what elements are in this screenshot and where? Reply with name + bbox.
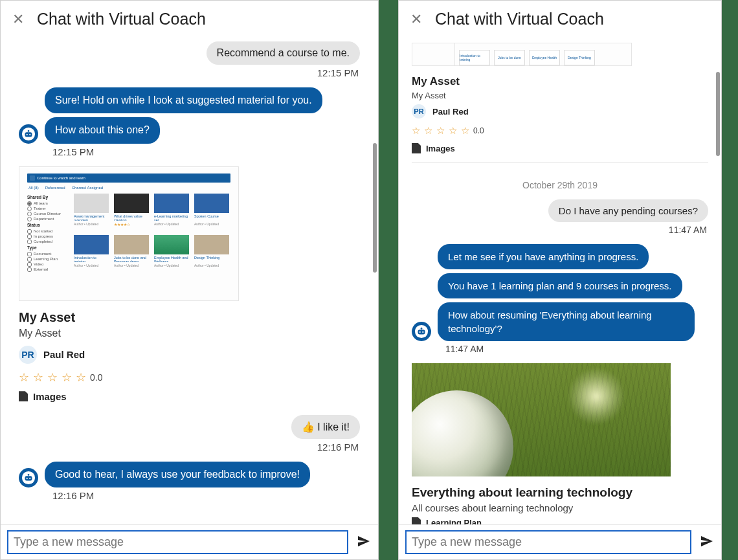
message-time: 11:47 AM [445, 344, 708, 354]
send-icon[interactable] [356, 533, 372, 552]
bot-message: How about resuming 'Everything about lea… [438, 302, 695, 341]
message-time: 12:15 PM [52, 146, 360, 157]
star-icon: ☆ [412, 125, 420, 137]
bot-avatar-icon [412, 322, 431, 341]
bot-message: Good to hear, I always use your feedback… [45, 462, 310, 487]
author-avatar: PR [19, 346, 37, 364]
author-avatar: PR [412, 104, 426, 118]
chat-title: Chat with Virtual Coach [435, 10, 604, 28]
star-icon: ☆ [449, 125, 457, 137]
rating-stars: ☆ ☆ ☆ ☆ ☆ 0.0 [412, 125, 708, 137]
svg-rect-7 [25, 476, 32, 480]
svg-point-4 [29, 134, 30, 135]
star-icon: ☆ [76, 370, 86, 385]
recommendation-card[interactable]: Introduction to training Jobs to be done… [412, 41, 708, 153]
svg-point-13 [419, 331, 421, 333]
card-subtitle: My Asset [19, 328, 360, 339]
message-input[interactable] [7, 530, 348, 554]
card-title: My Asset [412, 75, 708, 88]
rating-value: 0.0 [473, 126, 484, 135]
star-icon: ☆ [62, 370, 72, 385]
close-icon[interactable]: ✕ [12, 12, 24, 27]
user-message: 👍 I like it! [291, 415, 360, 439]
author-name: Paul Red [43, 349, 85, 360]
message-input[interactable] [405, 530, 691, 554]
bot-message: Sure! Hold on while I look at suggested … [45, 87, 322, 113]
bot-message: You have 1 learning plan and 9 courses i… [438, 273, 682, 298]
rating-stars: ☆ ☆ ☆ ☆ ☆ 0.0 [19, 370, 360, 385]
star-icon: ☆ [424, 125, 432, 137]
composer [1, 524, 378, 559]
svg-rect-12 [418, 330, 425, 334]
svg-point-1 [28, 130, 30, 132]
messages-scroll[interactable]: Recommend a course to me. 12:15 PM Sure!… [1, 38, 378, 524]
star-icon: ☆ [33, 370, 43, 385]
close-icon[interactable]: ✕ [410, 12, 422, 27]
chat-title: Chat with Virtual Coach [37, 10, 206, 28]
svg-point-8 [27, 478, 28, 479]
bot-message: Let me see if you have anything in progr… [438, 244, 649, 269]
send-icon[interactable] [699, 533, 715, 552]
bot-avatar-icon [19, 124, 38, 144]
message-time: 11:47 AM [412, 225, 707, 235]
asset-type: Images [33, 391, 67, 402]
card-title: My Asset [19, 310, 360, 325]
star-icon: ☆ [461, 125, 469, 137]
svg-point-14 [422, 331, 423, 333]
user-message: Recommend a course to me. [207, 41, 360, 65]
file-icon [412, 517, 421, 524]
message-time: 12:15 PM [19, 67, 359, 78]
composer [399, 524, 721, 559]
bot-message: How about this one? [45, 117, 160, 143]
recommendation-card[interactable]: Continue to watch and learn All (8)Refer… [19, 166, 360, 402]
svg-point-11 [421, 328, 423, 330]
svg-point-9 [29, 478, 30, 479]
chat-header: ✕ Chat with Virtual Coach [399, 1, 721, 38]
star-icon: ☆ [19, 370, 29, 385]
file-icon [412, 143, 421, 153]
user-message: Do I have any pending courses? [548, 199, 708, 222]
rating-value: 0.0 [90, 372, 102, 383]
card-thumbnail: Introduction to training Jobs to be done… [412, 43, 632, 66]
star-icon: ☆ [47, 370, 58, 385]
chat-panel-right: ✕ Chat with Virtual Coach Introduction t… [398, 0, 722, 560]
messages-scroll[interactable]: Introduction to training Jobs to be done… [399, 38, 721, 524]
message-time: 12:16 PM [52, 490, 360, 501]
asset-type: Learning Plan [426, 518, 482, 525]
chat-panel-left: ✕ Chat with Virtual Coach Recommend a co… [0, 0, 379, 560]
chat-header: ✕ Chat with Virtual Coach [1, 1, 378, 38]
svg-rect-2 [25, 132, 32, 137]
card-subtitle: My Asset [412, 91, 708, 100]
card-subtitle: All courses about learning technology [412, 502, 708, 513]
card-thumbnail [412, 363, 671, 476]
svg-point-3 [27, 134, 28, 135]
message-time: 12:16 PM [19, 442, 359, 453]
bot-avatar-icon [19, 468, 38, 487]
card-thumbnail: Continue to watch and learn All (8)Refer… [19, 166, 239, 301]
author-name: Paul Red [432, 107, 469, 117]
file-icon [19, 391, 28, 401]
star-icon: ☆ [436, 125, 445, 137]
asset-type: Images [426, 144, 455, 153]
card-title: Everything about learning technology [412, 486, 708, 500]
recommendation-card[interactable]: Everything about learning technology All… [412, 363, 708, 524]
divider [412, 162, 708, 163]
date-divider: October 29th 2019 [412, 180, 708, 190]
svg-point-6 [28, 474, 30, 476]
